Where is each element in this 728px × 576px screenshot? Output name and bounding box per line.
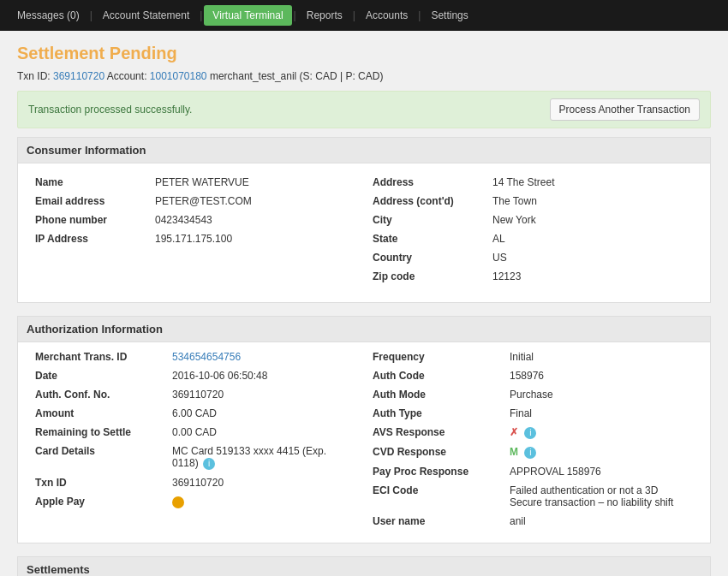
avs-response-label: AVS Response	[373, 426, 510, 438]
state-value: AL	[492, 233, 505, 245]
merchant-trans-id-row: Merchant Trans. ID 534654654756	[35, 351, 355, 363]
auth-left-col: Merchant Trans. ID 534654654756 Date 201…	[27, 351, 364, 534]
nav-item-account-statement[interactable]: Account Statement	[94, 3, 198, 28]
navigation: Messages (0) | Account Statement | Virtu…	[0, 0, 728, 31]
remaining-row: Remaining to Settle 0.00 CAD	[35, 426, 355, 438]
consumer-information-section: Consumer Information Name PETER WATERVUE…	[17, 137, 711, 303]
username-value: anil	[510, 515, 526, 527]
zip-row: Zip code 12123	[373, 270, 693, 282]
card-details-value: MC Card 519133 xxxx 4415 (Exp. 0118) i	[172, 445, 355, 470]
frequency-value: Initial	[510, 351, 534, 363]
cvd-m-icon: M	[510, 446, 518, 458]
nav-item-accounts[interactable]: Accounts	[357, 3, 416, 28]
nav-separator-4: |	[351, 9, 357, 21]
avs-response-value: ✗ i	[510, 426, 536, 439]
account-label: Account:	[107, 70, 150, 82]
auth-right-col: Frequency Initial Auth Code 158976 Auth …	[364, 351, 701, 534]
success-bar: Transaction processed successfully. Proc…	[17, 91, 711, 128]
country-label: Country	[373, 252, 492, 264]
merchant-trans-id-value: 534654654756	[172, 351, 241, 363]
state-label: State	[373, 233, 492, 245]
address-label: Address	[373, 176, 492, 188]
pay-proc-response-label: Pay Proc Response	[373, 466, 510, 478]
frequency-label: Frequency	[373, 351, 510, 363]
auth-mode-value: Purchase	[510, 389, 553, 401]
account-name: merchant_test_anil (S: CAD | P: CAD)	[210, 70, 384, 82]
txn-id-value-auth: 369110720	[172, 477, 224, 489]
nav-item-virtual-terminal[interactable]: Virtual Terminal	[204, 5, 291, 26]
date-label: Date	[35, 370, 172, 382]
apple-pay-value	[172, 496, 187, 508]
card-details-label: Card Details	[35, 445, 172, 457]
status-badge: Pending	[110, 44, 177, 62]
consumer-right-col: Address 14 The Street Address (cont'd) T…	[364, 172, 701, 294]
auth-grid: Merchant Trans. ID 534654654756 Date 201…	[18, 342, 710, 543]
cvd-response-label: CVD Response	[373, 446, 510, 458]
card-details-info-icon[interactable]: i	[203, 458, 215, 470]
eci-code-label: ECI Code	[373, 484, 510, 496]
date-value: 2016-10-06 06:50:48	[172, 370, 267, 382]
phone-value: 0423434543	[155, 214, 212, 226]
city-row: City New York	[373, 214, 693, 226]
apple-pay-row: Apple Pay	[35, 496, 355, 508]
ip-value: 195.171.175.100	[155, 233, 232, 245]
cvd-response-row: CVD Response M i	[373, 446, 693, 459]
pay-proc-response-row: Pay Proc Response APPROVAL 158976	[373, 466, 693, 478]
page-title: Settlement Pending	[17, 44, 711, 63]
state-row: State AL	[373, 233, 693, 245]
nav-separator-3: |	[292, 9, 298, 21]
consumer-name-row: Name PETER WATERVUE	[35, 176, 355, 188]
txn-id-link[interactable]: 369110720	[53, 70, 104, 82]
zip-value: 12123	[492, 270, 521, 282]
eci-code-row: ECI Code Failed authentication or not a …	[373, 484, 693, 508]
auth-mode-row: Auth Mode Purchase	[373, 389, 693, 401]
auth-type-value: Final	[510, 407, 532, 419]
auth-type-label: Auth Type	[373, 407, 510, 419]
name-value: PETER WATERVUE	[155, 176, 249, 188]
process-another-transaction-button[interactable]: Process Another Transaction	[550, 98, 700, 121]
phone-label: Phone number	[35, 214, 155, 226]
name-label: Name	[35, 176, 155, 188]
country-row: Country US	[373, 252, 693, 264]
settlements-header: Settlements	[18, 557, 710, 576]
merchant-trans-id-link[interactable]: 534654654756	[172, 351, 241, 363]
eci-code-value: Failed authentication or not a 3D Secure…	[510, 484, 693, 508]
card-details-row: Card Details MC Card 519133 xxxx 4415 (E…	[35, 445, 355, 470]
amount-row: Amount 6.00 CAD	[35, 407, 355, 419]
settlement-header: Settlement Pending	[17, 44, 711, 63]
pay-proc-response-value: APPROVAL 158976	[510, 466, 601, 478]
amount-value: 6.00 CAD	[172, 407, 217, 419]
nav-item-reports[interactable]: Reports	[298, 3, 351, 28]
amount-label: Amount	[35, 407, 172, 419]
txn-id-label-auth: Txn ID	[35, 477, 172, 489]
merchant-trans-id-label: Merchant Trans. ID	[35, 351, 172, 363]
remaining-label: Remaining to Settle	[35, 426, 172, 438]
avs-response-row: AVS Response ✗ i	[373, 426, 693, 439]
frequency-row: Frequency Initial	[373, 351, 693, 363]
consumer-ip-row: IP Address 195.171.175.100	[35, 233, 355, 245]
remaining-value: 0.00 CAD	[172, 426, 217, 438]
auth-code-row: Auth Code 158976	[373, 370, 693, 382]
auth-conf-label: Auth. Conf. No.	[35, 389, 172, 401]
zip-label: Zip code	[373, 270, 492, 282]
nav-item-messages[interactable]: Messages (0)	[9, 3, 88, 28]
date-row: Date 2016-10-06 06:50:48	[35, 370, 355, 382]
success-message: Transaction processed successfully.	[28, 104, 192, 116]
nav-separator-2: |	[198, 9, 204, 21]
main-content: Settlement Pending Txn ID: 369110720 Acc…	[0, 31, 728, 576]
auth-section-header: Authorization Information	[18, 317, 710, 342]
nav-item-settings[interactable]: Settings	[422, 3, 476, 28]
address-cont-row: Address (cont'd) The Town	[373, 195, 693, 207]
cvd-info-icon[interactable]: i	[524, 447, 536, 459]
account-id-link[interactable]: 1001070180	[150, 70, 207, 82]
auth-conf-row: Auth. Conf. No. 369110720	[35, 389, 355, 401]
consumer-section-body: Name PETER WATERVUE Email address PETER@…	[18, 163, 710, 302]
consumer-email-row: Email address PETER@TEST.COM	[35, 195, 355, 207]
username-label: User name	[373, 515, 510, 527]
nav-separator-5: |	[416, 9, 422, 21]
city-label: City	[373, 214, 492, 226]
city-value: New York	[492, 214, 536, 226]
avs-info-icon[interactable]: i	[524, 427, 536, 439]
country-value: US	[492, 252, 507, 264]
txn-id-label: Txn ID:	[17, 70, 51, 82]
